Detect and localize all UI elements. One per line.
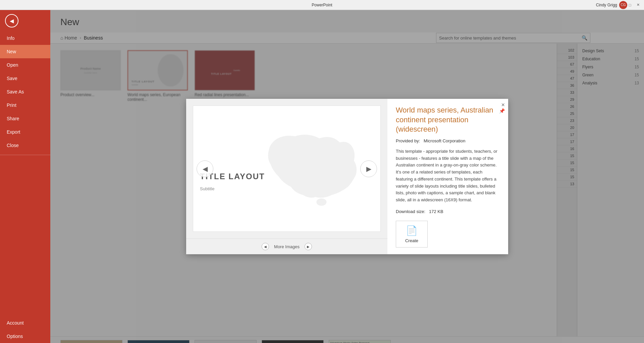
sidebar-item-new[interactable]: New	[0, 45, 50, 58]
preview-next-button[interactable]: ▶	[360, 160, 377, 177]
sidebar-item-close[interactable]: Close	[0, 139, 50, 152]
sidebar-item-close-label: Close	[7, 143, 19, 148]
sidebar-item-save[interactable]: Save	[0, 72, 50, 85]
sidebar-item-options[interactable]: Options	[0, 330, 50, 343]
sidebar-item-open-label: Open	[7, 62, 18, 68]
modal-description: This template - appropriate for students…	[396, 148, 500, 204]
sidebar-item-save-label: Save	[7, 76, 17, 81]
maximize-button[interactable]: □	[627, 2, 633, 8]
sidebar-item-export[interactable]: Export	[0, 125, 50, 139]
window-controls[interactable]: ─ □ ✕	[619, 2, 641, 8]
sidebar-item-new-label: New	[7, 49, 16, 54]
sidebar-item-print[interactable]: Print	[0, 98, 50, 112]
modal-info-section: World maps series, Australian continent …	[387, 99, 508, 254]
sidebar-bottom: Account Options	[0, 316, 50, 343]
sidebar-item-save-as-label: Save As	[7, 89, 24, 94]
sidebar-item-info-label: Info	[7, 36, 14, 41]
create-icon: 📄	[406, 225, 418, 236]
preview-nav-prev[interactable]: ◀	[262, 243, 269, 250]
modal-template-title: World maps series, Australian continent …	[396, 106, 500, 134]
title-bar: PowerPoint Cindy Grigg CG ─ □ ✕	[0, 0, 644, 10]
sidebar-item-export-label: Export	[7, 129, 20, 135]
username: Cindy Grigg	[596, 3, 617, 7]
app-title: PowerPoint	[312, 3, 332, 7]
preview-nav: ◀ More Images ▶	[186, 238, 387, 254]
preview-slide-subtitle: Subtitle	[200, 186, 214, 191]
modal-pin-button[interactable]: 📌	[499, 108, 505, 114]
sidebar-item-options-label: Options	[7, 334, 23, 339]
sidebar-item-info[interactable]: Info	[0, 31, 50, 45]
sidebar-item-share-label: Share	[7, 116, 19, 121]
modal-close-button[interactable]: ×	[501, 101, 505, 109]
preview-main: ◀ ▶ TITLE LAYOUT Subtitle	[193, 106, 381, 232]
provider-label: Provided by:	[396, 138, 420, 143]
modal-body: ◀ ▶ TITLE LAYOUT Subtitle	[186, 99, 508, 254]
create-button[interactable]: 📄 Create	[396, 221, 428, 248]
provider-value: Microsoft Corporation	[424, 138, 465, 143]
modal-provider: Provided by: Microsoft Corporation	[396, 138, 500, 143]
sidebar-item-account[interactable]: Account	[0, 316, 50, 330]
sidebar-item-share[interactable]: Share	[0, 112, 50, 125]
template-detail-modal: × 📌 ◀ ▶	[186, 99, 508, 254]
preview-slide: TITLE LAYOUT Subtitle	[193, 106, 380, 231]
sidebar-item-open[interactable]: Open	[0, 58, 50, 72]
sidebar-item-save-as[interactable]: Save As	[0, 85, 50, 98]
more-images-label: More Images	[274, 244, 300, 249]
preview-nav-next[interactable]: ▶	[305, 243, 312, 250]
close-window-button[interactable]: ✕	[635, 2, 641, 8]
download-label: Download size:	[396, 209, 425, 214]
modal-download: Download size: 172 KB	[396, 209, 500, 214]
download-value: 172 KB	[429, 209, 443, 214]
sidebar: ◀ Info New Open Save Save As Print Share…	[0, 10, 50, 343]
create-label: Create	[405, 238, 418, 243]
modal-overlay: × 📌 ◀ ▶	[50, 10, 644, 343]
svg-point-1	[317, 198, 327, 206]
sidebar-divider	[0, 155, 50, 155]
sidebar-item-account-label: Account	[7, 320, 24, 326]
sidebar-item-print-label: Print	[7, 102, 16, 108]
preview-prev-button[interactable]: ◀	[197, 160, 213, 177]
modal-preview-section: ◀ ▶ TITLE LAYOUT Subtitle	[186, 99, 387, 254]
back-button[interactable]: ◀	[5, 14, 18, 27]
minimize-button[interactable]: ─	[619, 2, 625, 8]
